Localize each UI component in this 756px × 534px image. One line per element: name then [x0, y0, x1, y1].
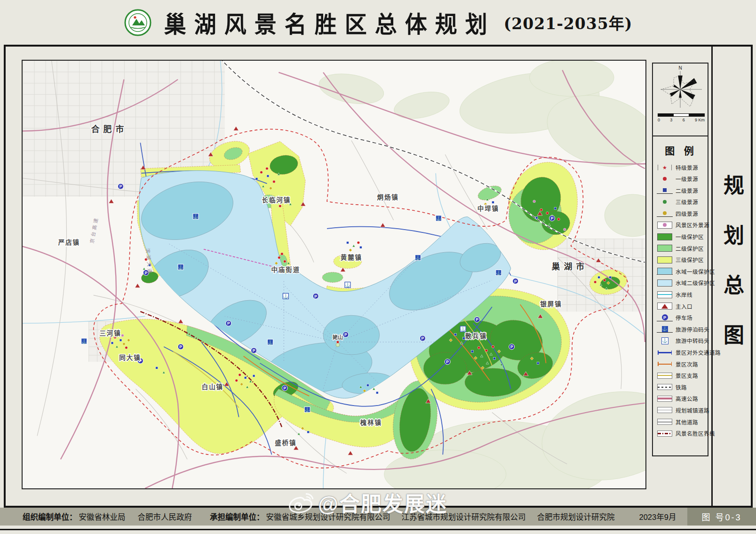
legend-item: 四级景源: [657, 210, 705, 217]
compass-rose: N: [653, 64, 708, 111]
scale-tick: 6: [683, 118, 685, 122]
legend-swatch-caps: [657, 349, 673, 356]
legend-box: 图 例 ★特级景源一级景源二级景源三级景源四级景源风景区外景源一级保护区二级保护…: [652, 136, 708, 456]
svg-text:⚓: ⚓: [305, 407, 310, 413]
legend-label: 三级保护区: [676, 256, 704, 263]
svg-text:⚓: ⚓: [460, 327, 466, 332]
svg-text:P: P: [227, 321, 230, 326]
legend-label: 一级景源: [676, 175, 698, 183]
page-title-years: (2021-2035年): [504, 11, 633, 34]
legend-swatch-sqdot: [657, 187, 673, 194]
legend-item: 一级保护区: [657, 233, 705, 240]
svg-text:P: P: [476, 317, 478, 322]
legend-swatch-anchor: ⚓: [657, 326, 673, 333]
legend-item: 三级保护区: [657, 256, 705, 263]
legend-item: ★特级景源: [657, 164, 705, 171]
svg-text:⚓: ⚓: [178, 264, 183, 270]
compass-box: N 0369 Km: [652, 63, 708, 136]
plan-sheet: 巢湖风景名胜区总体规划 (2021-2035年) PPPPPPPPPPPPPPP…: [0, 0, 756, 534]
svg-text:P: P: [422, 336, 424, 341]
legend-label: 规划城镇道路: [676, 406, 709, 414]
legend-swatch-parking: P: [657, 314, 673, 321]
legend-swatch-boxtri: [657, 303, 673, 310]
legend-label: 旅游停泊码头: [676, 326, 709, 333]
town-label: 中庙街道: [271, 266, 300, 273]
legend-swatch-caps: [657, 361, 673, 367]
legend-label: 铁路: [676, 383, 687, 391]
legend-item: 铁路: [657, 383, 705, 391]
legend-label: 停车场: [676, 314, 692, 321]
undertake-1: 安徽省城乡规划设计研究院有限公司: [266, 511, 390, 522]
legend-swatch-boxline2: [657, 372, 673, 379]
legend-swatch-dot: [657, 210, 673, 217]
legend-label: 高速公路: [676, 395, 698, 402]
town-label: 长临河镇: [262, 196, 291, 204]
legend-swatch-fill: [657, 268, 673, 275]
undertake-3: 合肥市规划设计研究院: [537, 511, 615, 522]
legend-item: 水岸线: [657, 291, 705, 298]
svg-text:⚓: ⚓: [415, 255, 421, 261]
org-2: 合肥市人民政府: [138, 511, 192, 522]
town-label: 盛桥镇: [275, 439, 296, 446]
org-label: 组织编制单位：: [23, 511, 77, 522]
town-label: 严店镇: [58, 239, 80, 246]
town-label: 银屏镇: [540, 300, 562, 308]
svg-text:⚓: ⚓: [268, 340, 273, 345]
legend-item: 二级景源: [657, 187, 705, 194]
north-label: N: [678, 65, 682, 71]
legend-label: 特级景源: [676, 164, 698, 171]
legend-item: 风景名胜区界线: [657, 430, 705, 437]
legend-swatch-boxdot: [657, 222, 673, 228]
svg-text:P: P: [179, 344, 182, 349]
legend-title: 图 例: [657, 143, 705, 157]
legend-item: P停车场: [657, 314, 705, 321]
svg-text:⚓: ⚓: [345, 282, 350, 288]
legend-item: 水域二级保护区: [657, 279, 705, 287]
sheet-number-box: 图 号0-3: [687, 508, 756, 526]
town-label: 黄麓镇: [341, 254, 362, 261]
legend-label: 风景区外景源: [676, 221, 709, 229]
legend-label: 水岸线: [676, 291, 692, 298]
legend-swatch-boxline3: [657, 395, 673, 402]
footer-bar: 组织编制单位： 安徽省林业局 合肥市人民政府 承担编制单位： 安徽省城乡规划设计…: [0, 508, 756, 526]
side-strip: 规划总图: [713, 45, 751, 508]
legend-swatch-dot: [657, 199, 673, 205]
legend-label: 二级保护区: [676, 245, 704, 252]
legend-label: 三级景源: [676, 198, 698, 206]
legend-item: ⚓旅游停泊码头: [657, 326, 705, 333]
legend-item: 二级保护区: [657, 245, 705, 252]
bottom-rule: [0, 529, 756, 530]
legend-label: 景区次路: [676, 360, 698, 368]
svg-text:⚓: ⚓: [436, 215, 442, 221]
legend-label: 其他道路: [676, 418, 698, 426]
legend-item: ⚓旅游中转码头: [657, 337, 705, 344]
legend-item: 景区次路: [657, 360, 705, 367]
legend-swatch-boxline: [657, 291, 673, 298]
legend-swatch-boxdashdot: [657, 430, 673, 437]
scale-tick: 9 Km: [695, 118, 705, 122]
sheet-number: 图 号0-3: [701, 510, 741, 523]
org-1: 安徽省林业局: [79, 511, 126, 522]
legend-label: 景区支路: [676, 372, 698, 379]
svg-text:P: P: [314, 294, 317, 299]
town-label: 中垾镇: [477, 205, 499, 212]
svg-text:P: P: [446, 359, 449, 364]
svg-text:P: P: [253, 348, 255, 353]
svg-text:P: P: [551, 216, 554, 221]
legend-item: 一级景源: [657, 175, 705, 183]
legend-label: 旅游中转码头: [676, 337, 709, 344]
svg-text:⚓: ⚓: [81, 339, 87, 344]
town-label: 三河镇: [99, 329, 121, 337]
island-label: 姥山: [332, 334, 343, 340]
town-label: 槐林镇: [360, 419, 382, 426]
town-label: 白山镇: [202, 383, 223, 391]
town-label: 合肥市: [91, 124, 128, 134]
legend-item: 三级景源: [657, 199, 705, 206]
legend-swatch-fill: [657, 279, 673, 286]
svg-text:P: P: [344, 332, 347, 337]
legend-item: 景区支路: [657, 372, 705, 379]
sheet-name-vertical: 规划总图: [717, 175, 747, 374]
svg-text:P: P: [119, 184, 122, 189]
legend-item: 主入口: [657, 303, 705, 310]
town-label: 巢湖市: [551, 262, 588, 271]
